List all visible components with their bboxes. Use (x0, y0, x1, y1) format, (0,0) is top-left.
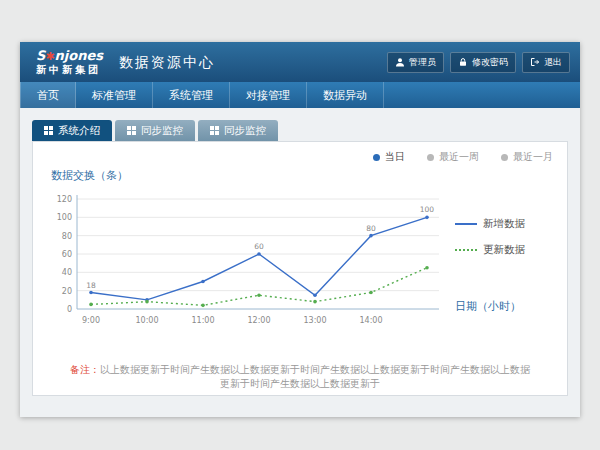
legend-item-updated-data[interactable]: 更新数据 (455, 243, 525, 257)
app-header: S✱njones 新中新集团 数据资源中心 管理员 修改密码 退出 (20, 42, 580, 82)
x-axis-title: 日期（小时） (455, 299, 525, 314)
bullet-icon (427, 154, 434, 161)
grid-icon (210, 126, 219, 135)
change-password-label: 修改密码 (472, 56, 508, 69)
svg-text:80: 80 (366, 224, 376, 233)
nav-item-system-mgmt[interactable]: 系统管理 (153, 82, 230, 108)
svg-text:40: 40 (62, 268, 72, 277)
change-password-button[interactable]: 修改密码 (450, 52, 516, 73)
synjones-logo: S✱njones 新中新集团 (36, 49, 103, 74)
logo-text-rest: njones (55, 48, 103, 63)
nav-item-integration-mgmt[interactable]: 对接管理 (230, 82, 307, 108)
grid-icon (44, 126, 53, 135)
footnote: 备注：以上数据更新于时间产生数据以上数据更新于时间产生数据以上数据更新于时间产生… (47, 363, 553, 391)
footnote-label: 备注： (70, 364, 100, 375)
legend-item-new-data[interactable]: 新增数据 (455, 217, 525, 231)
tab-label: 同步监控 (224, 124, 266, 138)
filter-today[interactable]: 当日 (373, 150, 405, 164)
filter-last-month[interactable]: 最近一月 (501, 150, 553, 164)
svg-text:60: 60 (62, 250, 72, 259)
svg-text:20: 20 (62, 287, 72, 296)
footnote-text: 以上数据更新于时间产生数据以上数据更新于时间产生数据以上数据更新于时间产生数据以… (100, 364, 530, 389)
svg-text:14:00: 14:00 (359, 316, 382, 325)
tab-sync-monitor-2[interactable]: 同步监控 (198, 120, 278, 141)
logout-label: 退出 (544, 56, 562, 69)
admin-user-button[interactable]: 管理员 (387, 52, 444, 73)
filter-label: 当日 (385, 150, 405, 164)
user-icon (395, 57, 405, 67)
chart-card: 当日 最近一周 最近一月 数据交换（条） 0204060801001209:00… (32, 141, 568, 396)
svg-text:12:00: 12:00 (247, 316, 270, 325)
svg-text:0: 0 (67, 305, 72, 314)
app-window: S✱njones 新中新集团 数据资源中心 管理员 修改密码 退出 (20, 42, 580, 417)
nav-item-home[interactable]: 首页 (20, 82, 76, 108)
svg-text:60: 60 (254, 242, 264, 251)
filter-label: 最近一月 (513, 150, 553, 164)
data-exchange-line-chart: 0204060801001209:0010:0011:0012:0013:001… (47, 185, 447, 337)
svg-text:13:00: 13:00 (303, 316, 326, 325)
time-range-filters: 当日 最近一周 最近一月 (47, 150, 553, 164)
series-label: 新增数据 (483, 217, 525, 231)
bullet-icon (373, 154, 380, 161)
svg-text:10:00: 10:00 (135, 316, 158, 325)
nav-item-standard-mgmt[interactable]: 标准管理 (76, 82, 153, 108)
tab-sync-monitor-1[interactable]: 同步监控 (115, 120, 195, 141)
page-title: 数据资源中心 (119, 54, 215, 72)
logo-brand: S✱njones (36, 49, 103, 63)
svg-text:100: 100 (57, 213, 72, 222)
blue-line-icon (455, 223, 477, 225)
y-axis-title: 数据交换（条） (51, 168, 553, 183)
filter-last-week[interactable]: 最近一周 (427, 150, 479, 164)
logo-subtitle: 新中新集团 (36, 64, 103, 75)
series-legend: 新增数据 更新数据 日期（小时） (455, 185, 525, 337)
green-dotted-line-icon (455, 249, 477, 251)
nav-item-data-change[interactable]: 数据异动 (307, 82, 384, 108)
header-actions: 管理员 修改密码 退出 (387, 52, 570, 73)
svg-text:120: 120 (57, 195, 72, 204)
tab-label: 同步监控 (141, 124, 183, 138)
svg-text:11:00: 11:00 (191, 316, 214, 325)
grid-icon (127, 126, 136, 135)
logout-button[interactable]: 退出 (522, 52, 570, 73)
logout-icon (530, 57, 540, 67)
admin-user-label: 管理员 (409, 56, 436, 69)
lock-icon (458, 57, 468, 67)
svg-text:100: 100 (420, 205, 435, 214)
svg-text:18: 18 (86, 281, 96, 290)
content-area: 系统介绍 同步监控 同步监控 当日 (20, 108, 580, 417)
chart-wrap: 0204060801001209:0010:0011:0012:0013:001… (47, 185, 553, 337)
main-nav: 首页 标准管理 系统管理 对接管理 数据异动 (20, 82, 580, 108)
svg-text:9:00: 9:00 (82, 316, 100, 325)
tab-label: 系统介绍 (58, 124, 100, 138)
svg-text:80: 80 (62, 232, 72, 241)
tab-bar: 系统介绍 同步监控 同步监控 (32, 120, 580, 141)
filter-label: 最近一周 (439, 150, 479, 164)
bullet-icon (501, 154, 508, 161)
tab-system-intro[interactable]: 系统介绍 (32, 120, 112, 141)
series-label: 更新数据 (483, 243, 525, 257)
logo-star-icon: ✱ (45, 50, 54, 63)
logo-text: S (36, 48, 45, 63)
